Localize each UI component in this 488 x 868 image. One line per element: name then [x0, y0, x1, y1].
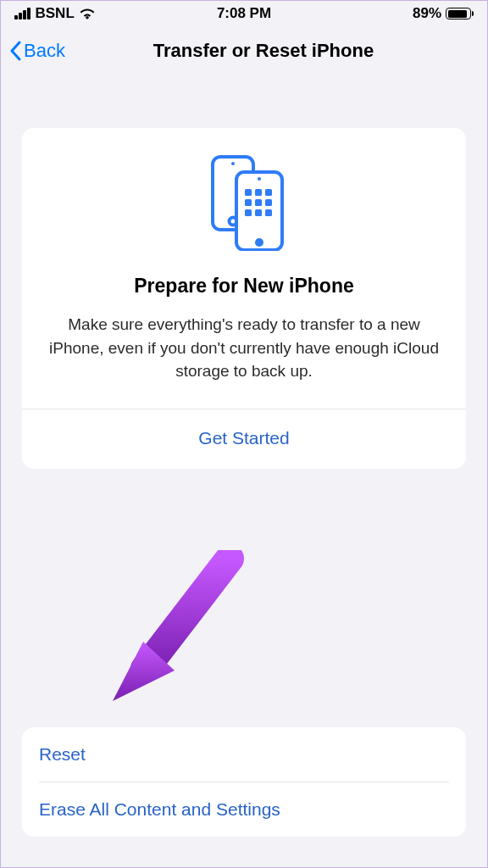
status-right: 89%	[413, 5, 474, 22]
battery-percent: 89%	[413, 5, 441, 22]
reset-button[interactable]: Reset	[22, 727, 466, 782]
prepare-title: Prepare for New iPhone	[37, 275, 451, 298]
svg-point-5	[255, 238, 263, 247]
svg-rect-6	[245, 189, 252, 196]
prepare-description: Make sure everything's ready to transfer…	[37, 313, 451, 409]
svg-rect-12	[245, 209, 252, 216]
svg-point-1	[231, 162, 235, 165]
annotation-arrow-icon	[94, 550, 247, 720]
svg-rect-11	[265, 199, 272, 206]
chevron-left-icon	[9, 41, 21, 61]
phones-icon	[197, 153, 291, 251]
back-label: Back	[24, 40, 65, 62]
get-started-button[interactable]: Get Started	[37, 409, 451, 469]
carrier-label: BSNL	[36, 5, 75, 22]
page-title: Transfer or Reset iPhone	[153, 40, 374, 62]
svg-rect-9	[245, 199, 252, 206]
back-button[interactable]: Back	[9, 40, 65, 62]
svg-rect-8	[265, 189, 272, 196]
svg-rect-14	[265, 209, 272, 216]
status-bar: BSNL 7:08 PM 89%	[1, 1, 487, 26]
svg-rect-7	[255, 189, 262, 196]
status-time: 7:08 PM	[217, 5, 271, 22]
battery-icon	[446, 8, 474, 19]
svg-rect-10	[255, 199, 262, 206]
svg-rect-13	[255, 209, 262, 216]
options-list: Reset Erase All Content and Settings	[22, 727, 466, 837]
wifi-icon	[80, 8, 95, 19]
svg-point-4	[258, 177, 261, 181]
erase-all-button[interactable]: Erase All Content and Settings	[22, 782, 466, 837]
status-left: BSNL	[14, 5, 95, 22]
navigation-bar: Back Transfer or Reset iPhone	[1, 26, 487, 77]
prepare-card: Prepare for New iPhone Make sure everyth…	[22, 128, 466, 469]
cellular-signal-icon	[14, 8, 30, 19]
